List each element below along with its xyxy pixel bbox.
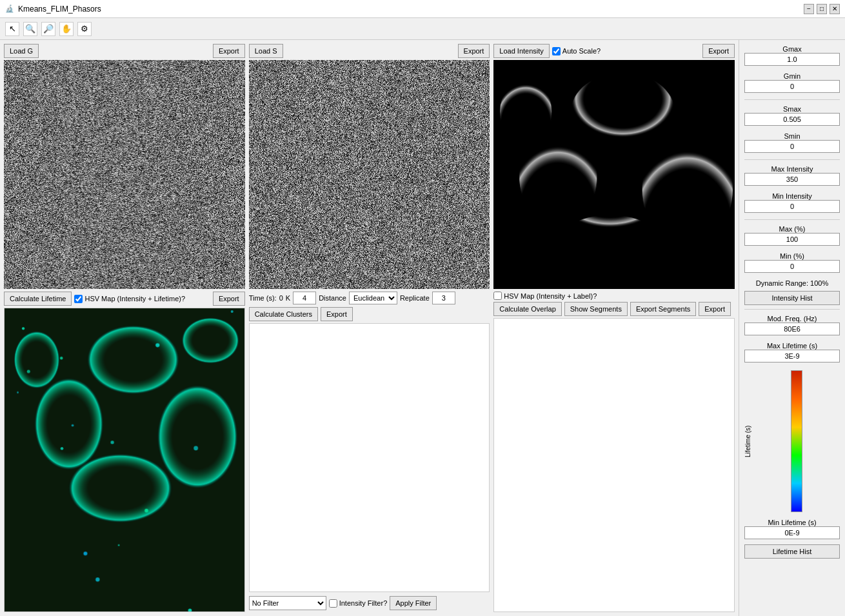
smin-input[interactable] xyxy=(744,140,840,153)
max-lifetime-input[interactable] xyxy=(744,350,840,363)
min-intensity-label: Min Intensity xyxy=(744,192,840,200)
dynamic-range-label: Dynamic Range: 100% xyxy=(744,279,840,287)
top-image-row: Load G Export Load S Export xyxy=(4,44,735,289)
divider-4 xyxy=(744,309,840,310)
export-clusters-button[interactable]: Export xyxy=(321,307,353,321)
export-segments-button[interactable]: Export Segments xyxy=(630,302,696,316)
gmax-section: Gmax xyxy=(744,44,840,66)
calculate-lifetime-button[interactable]: Calculate Lifetime xyxy=(4,292,72,306)
distance-select[interactable]: Euclidean xyxy=(349,292,397,304)
segment-hsv-checkbox[interactable] xyxy=(493,292,502,300)
zoom-out-icon[interactable]: 🔎 xyxy=(41,22,55,36)
divider-3 xyxy=(744,219,840,220)
mod-freq-input[interactable] xyxy=(744,323,840,335)
divider-2 xyxy=(744,159,840,160)
colorbar-row: Lifetime (s) xyxy=(744,370,840,512)
intensity-hist-button[interactable]: Intensity Hist xyxy=(744,291,840,305)
min-pct-input[interactable] xyxy=(744,260,840,273)
settings-icon[interactable]: ⚙ xyxy=(77,22,92,36)
intensity-filter-checkbox[interactable] xyxy=(329,599,337,608)
title-bar-left: 🔬 Kmeans_FLIM_Phasors xyxy=(5,5,101,14)
hsv-checkbox-text: HSV Map (Intensity + Lifetime)? xyxy=(84,295,185,303)
min-lifetime-section: Min Lifetime (s) xyxy=(744,517,840,539)
export-g-button[interactable]: Export xyxy=(213,44,245,58)
min-pct-section: Min (%) xyxy=(744,251,840,273)
segment-panel-controls: HSV Map (Intensity + Label)? xyxy=(493,292,735,300)
export-hsv-button[interactable]: Export xyxy=(213,292,245,306)
lifetime-hist-button[interactable]: Lifetime Hist xyxy=(744,544,840,559)
segment-hsv-checkbox-label[interactable]: HSV Map (Intensity + Label)? xyxy=(493,292,597,300)
export-s-button[interactable]: Export xyxy=(458,44,490,58)
bottom-image-row: Calculate Lifetime HSV Map (Intensity + … xyxy=(4,292,735,612)
hsv-checkbox-label[interactable]: HSV Map (Intensity + Lifetime)? xyxy=(74,295,185,303)
pan-icon[interactable]: ✋ xyxy=(59,22,74,36)
time-label: Time (s): xyxy=(249,294,277,302)
max-pct-section: Max (%) xyxy=(744,224,840,246)
window-title: Kmeans_FLIM_Phasors xyxy=(18,5,101,14)
k-label: K xyxy=(286,294,290,302)
g-panel-header: Load G Export xyxy=(4,44,245,58)
intensity-image-canvas xyxy=(493,60,735,289)
maximize-button[interactable]: □ xyxy=(817,4,827,14)
apply-filter-button[interactable]: Apply Filter xyxy=(390,596,437,610)
max-pct-input[interactable] xyxy=(744,233,840,246)
cluster-panel-controls: Time (s): 0 K Distance Euclidean Replica… xyxy=(249,292,490,321)
k-input[interactable] xyxy=(293,292,316,304)
min-lifetime-input[interactable] xyxy=(744,526,840,539)
g-canvas xyxy=(4,60,245,289)
min-pct-label: Min (%) xyxy=(744,252,840,260)
load-g-button[interactable]: Load G xyxy=(4,44,39,58)
window-controls[interactable]: − □ ✕ xyxy=(804,4,840,14)
toolbar: ↖ 🔍 🔎 ✋ ⚙ xyxy=(0,18,845,40)
calculate-overlap-button[interactable]: Calculate Overlap xyxy=(493,302,561,316)
load-s-button[interactable]: Load S xyxy=(249,44,283,58)
min-lifetime-label: Min Lifetime (s) xyxy=(744,519,840,526)
cursor-icon[interactable]: ↖ xyxy=(5,22,19,36)
gmax-label: Gmax xyxy=(744,45,840,53)
replicate-input[interactable] xyxy=(432,292,455,304)
load-intensity-button[interactable]: Load Intensity xyxy=(493,44,550,58)
segment-hsv-text: HSV Map (Intensity + Label)? xyxy=(504,292,597,300)
smax-input[interactable] xyxy=(744,113,840,126)
smin-section: Smin xyxy=(744,131,840,153)
gmax-input[interactable] xyxy=(744,53,840,66)
hsv-canvas xyxy=(5,308,244,611)
title-bar: 🔬 Kmeans_FLIM_Phasors − □ ✕ xyxy=(0,0,845,18)
filter-select[interactable]: No Filter xyxy=(249,596,326,610)
lifetime-colorbar xyxy=(791,370,802,512)
s-image-canvas xyxy=(249,60,490,289)
auto-scale-checkbox[interactable] xyxy=(552,47,561,55)
auto-scale-label[interactable]: Auto Scale? xyxy=(552,47,601,55)
cluster-panel: Time (s): 0 K Distance Euclidean Replica… xyxy=(249,292,490,612)
max-intensity-label: Max Intensity xyxy=(744,165,840,173)
distance-label: Distance xyxy=(319,294,346,302)
calculate-clusters-button[interactable]: Calculate Clusters xyxy=(249,307,318,321)
show-segments-button[interactable]: Show Segments xyxy=(564,302,628,316)
zoom-in-icon[interactable]: 🔍 xyxy=(23,22,37,36)
export-intensity-button[interactable]: Export xyxy=(702,44,735,58)
max-intensity-input[interactable] xyxy=(744,173,840,186)
export-segment-panel-button[interactable]: Export xyxy=(699,302,731,316)
auto-scale-text: Auto Scale? xyxy=(562,47,601,55)
gmin-input[interactable] xyxy=(744,80,840,93)
mod-freq-section: Mod. Freq. (Hz) xyxy=(744,313,840,335)
min-intensity-section: Min Intensity xyxy=(744,191,840,213)
hsv-image-area xyxy=(4,308,245,612)
right-sidebar: Gmax Gmin Smax Smin Max Intensity Min In… xyxy=(739,40,845,616)
hsv-checkbox[interactable] xyxy=(74,295,83,303)
intensity-panel-header: Load Intensity Auto Scale? Export xyxy=(493,44,735,58)
hsv-panel: Calculate Lifetime HSV Map (Intensity + … xyxy=(4,292,245,612)
close-button[interactable]: ✕ xyxy=(830,4,840,14)
intensity-filter-label[interactable]: Intensity Filter? xyxy=(329,599,388,608)
g-panel: Load G Export xyxy=(4,44,245,289)
smin-label: Smin xyxy=(744,132,840,140)
smax-section: Smax xyxy=(744,104,840,126)
s-canvas xyxy=(249,60,490,289)
intensity-canvas xyxy=(493,60,735,289)
min-intensity-input[interactable] xyxy=(744,200,840,213)
max-lifetime-label: Max Lifetime (s) xyxy=(744,342,840,350)
app-icon: 🔬 xyxy=(5,5,14,13)
gmin-label: Gmin xyxy=(744,72,840,80)
minimize-button[interactable]: − xyxy=(804,4,814,14)
g-image-canvas xyxy=(4,60,245,289)
